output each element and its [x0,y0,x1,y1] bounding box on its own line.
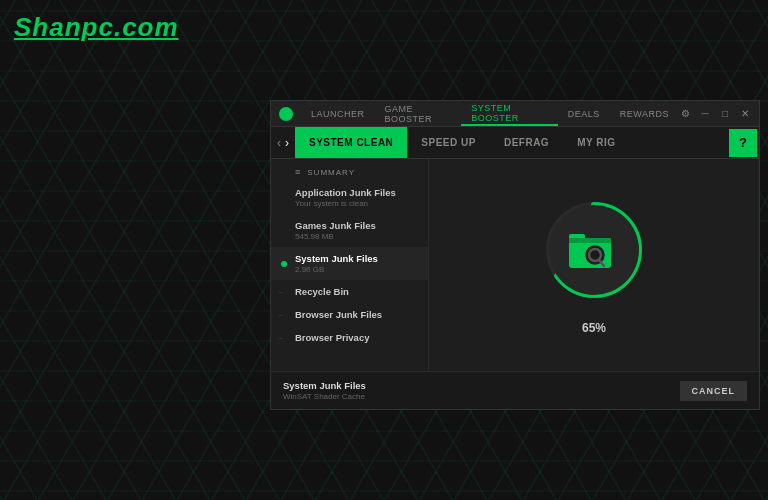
sidebar-item-application-junk[interactable]: Application Junk Files Your system is cl… [271,181,428,214]
tab-launcher[interactable]: LAUNCHER [301,101,375,126]
forward-arrow[interactable]: › [285,136,289,150]
app-window: LAUNCHER GAME BOOSTER SYSTEM BOOSTER DEA… [270,100,760,410]
progress-percent-label: 65% [582,321,606,335]
sidebar-item-name: Application Junk Files [295,187,418,198]
nav-tab-my-rig[interactable]: MY RIG [563,127,629,158]
main-content: ≡ SUMMARY Application Junk Files Your sy… [271,159,759,371]
sidebar-item-sub: 545.98 MB [295,232,418,241]
pending-dots: ··· [279,288,282,295]
right-panel: 65% [429,159,759,371]
nav-bar: ‹ › SYSTEM CLEAN SPEED UP DEFRAG MY RIG … [271,127,759,159]
close-icon: ✕ [741,108,749,119]
settings-button[interactable]: ⚙ [679,108,691,120]
sidebar-item-name: Games Junk Files [295,220,418,231]
sidebar-item-browser-junk[interactable]: ··· Browser Junk Files [271,303,428,326]
app-logo [279,107,293,121]
sidebar-item-name: Recycle Bin [295,286,418,297]
status-subtitle: WinSAT Shader Cache [283,392,680,401]
watermark: Shanpc.com [14,12,179,43]
gear-icon: ⚙ [681,108,690,119]
status-bar: System Junk Files WinSAT Shader Cache CA… [271,371,759,409]
tab-system-booster[interactable]: SYSTEM BOOSTER [461,101,558,126]
cancel-button[interactable]: CANCEL [680,381,748,401]
close-button[interactable]: ✕ [739,108,751,120]
sidebar-item-name: Browser Junk Files [295,309,418,320]
sidebar-item-sub: 2.96 GB [295,265,418,274]
tab-rewards[interactable]: REWARDS [610,101,679,126]
title-tabs: LAUNCHER GAME BOOSTER SYSTEM BOOSTER DEA… [301,101,679,126]
svg-rect-2 [569,238,611,243]
sidebar-item-name: Browser Privacy [295,332,418,343]
sidebar-item-sub: Your system is clean [295,199,418,208]
tab-game-booster[interactable]: GAME BOOSTER [375,101,462,126]
maximize-button[interactable]: □ [719,108,731,120]
back-arrow[interactable]: ‹ [277,136,281,150]
nav-arrows: ‹ › [271,136,295,150]
status-title: System Junk Files [283,380,680,391]
sidebar: ≡ SUMMARY Application Junk Files Your sy… [271,159,429,371]
sidebar-section-label: SUMMARY [307,168,355,177]
pending-dots: ··· [279,311,282,318]
nav-tab-defrag[interactable]: DEFRAG [490,127,563,158]
maximize-icon: □ [722,108,728,119]
progress-inner [549,205,639,295]
pending-dots: ··· [279,334,282,341]
nav-tab-system-clean[interactable]: SYSTEM CLEAN [295,127,407,158]
sidebar-item-name: System Junk Files [295,253,418,264]
title-bar: LAUNCHER GAME BOOSTER SYSTEM BOOSTER DEA… [271,101,759,127]
sidebar-section-header: ≡ SUMMARY [271,159,428,181]
minimize-icon: ─ [701,108,708,119]
nav-tab-speed-up[interactable]: SPEED UP [407,127,490,158]
menu-icon: ≡ [295,167,301,177]
nav-tabs: SYSTEM CLEAN SPEED UP DEFRAG MY RIG [295,127,729,158]
sidebar-item-games-junk[interactable]: Games Junk Files 545.98 MB [271,214,428,247]
folder-search-icon [567,228,621,272]
tab-deals[interactable]: DEALS [558,101,610,126]
sidebar-item-system-junk[interactable]: System Junk Files 2.96 GB [271,247,428,280]
sidebar-item-recycle-bin[interactable]: ··· Recycle Bin [271,280,428,303]
sidebar-item-browser-privacy[interactable]: ··· Browser Privacy [271,326,428,349]
status-text: System Junk Files WinSAT Shader Cache [283,380,680,401]
minimize-button[interactable]: ─ [699,108,711,120]
progress-circle [539,195,649,305]
window-controls: ⚙ ─ □ ✕ [679,108,751,120]
folder-icon-wrap [567,228,621,272]
help-button[interactable]: ? [729,129,757,157]
